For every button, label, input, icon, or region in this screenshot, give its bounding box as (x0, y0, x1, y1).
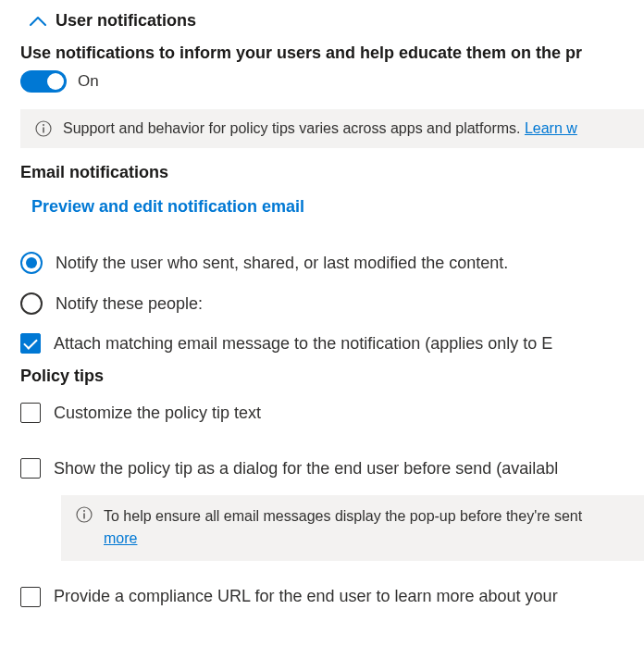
svg-rect-5 (83, 514, 85, 519)
show-dialog-checkbox[interactable] (20, 458, 41, 479)
attach-email-checkbox[interactable] (20, 333, 41, 354)
customize-tip-checkbox[interactable] (20, 403, 41, 423)
svg-rect-2 (43, 128, 44, 133)
attach-email-option: Attach matching email message to the not… (0, 324, 644, 363)
svg-point-1 (43, 124, 44, 126)
banner-text: To help ensure all email messages displa… (104, 506, 582, 550)
notify-people-option: Notify these people: (0, 283, 644, 324)
compliance-url-option: Provide a compliance URL for the end use… (0, 578, 644, 616)
section-description: Use notifications to inform your users a… (0, 31, 644, 70)
info-icon (35, 120, 52, 137)
compliance-url-checkbox[interactable] (20, 587, 41, 607)
banner-text: Support and behavior for policy tips var… (63, 120, 577, 137)
section-title: User notifications (56, 11, 196, 31)
notify-sender-label: Notify the user who sent, shared, or las… (56, 254, 508, 273)
attach-email-label: Attach matching email message to the not… (54, 334, 552, 354)
toggle-thumb (47, 73, 64, 90)
preview-edit-link[interactable]: Preview and edit notification email (0, 190, 644, 230)
info-icon (76, 506, 93, 523)
notifications-toggle[interactable] (20, 70, 67, 93)
compliance-url-label: Provide a compliance URL for the end use… (54, 587, 558, 606)
notify-sender-option: Notify the user who sent, shared, or las… (0, 242, 644, 283)
show-dialog-label: Show the policy tip as a dialog for the … (54, 459, 558, 479)
show-dialog-option: Show the policy tip as a dialog for the … (0, 449, 644, 488)
toggle-label: On (78, 72, 99, 91)
policy-tips-title: Policy tips (0, 363, 644, 393)
notify-people-label: Notify these people: (56, 294, 203, 314)
email-notifications-title: Email notifications (0, 159, 644, 190)
policy-tips-info-banner: Support and behavior for policy tips var… (20, 109, 644, 148)
toggle-row: On (0, 70, 644, 102)
learn-link[interactable]: Learn w (525, 120, 577, 136)
customize-tip-label: Customize the policy tip text (54, 404, 261, 423)
chevron-up-icon[interactable] (30, 16, 46, 27)
popup-info-banner: To help ensure all email messages displa… (61, 495, 644, 561)
notify-sender-radio[interactable] (20, 252, 43, 274)
section-header: User notifications (0, 0, 644, 31)
svg-point-4 (83, 510, 85, 512)
learn-more-link[interactable]: more (104, 528, 582, 549)
customize-tip-option: Customize the policy tip text (0, 393, 644, 432)
notify-people-radio[interactable] (20, 292, 43, 315)
